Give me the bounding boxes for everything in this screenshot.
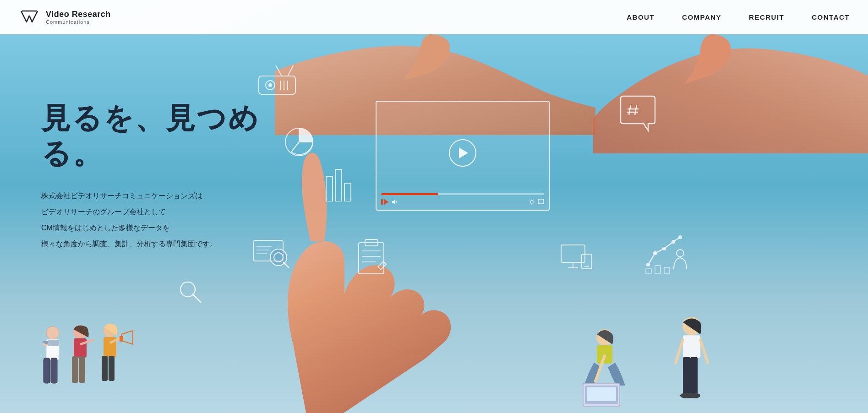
- logo-area[interactable]: Video Research Communications: [18, 6, 111, 28]
- progress-fill: [381, 193, 438, 195]
- svg-point-49: [678, 235, 682, 239]
- body-line-2: ビデオリサーチのグループ会社として: [41, 208, 166, 216]
- person-seated-right: [575, 321, 634, 413]
- body-line-4: 様々な角度から調査、集計、分析する専門集団です。: [41, 240, 217, 248]
- svg-rect-59: [48, 340, 59, 346]
- search-icon: [178, 279, 203, 304]
- fullscreen-icon: [538, 199, 544, 204]
- svg-rect-52: [664, 267, 670, 274]
- svg-rect-57: [51, 358, 57, 383]
- svg-point-84: [688, 393, 700, 398]
- analytics-icon: [644, 228, 687, 274]
- svg-line-22: [635, 105, 637, 115]
- video-player: [376, 101, 550, 211]
- play-triangle-icon: [459, 147, 468, 158]
- hero-body-text: 株式会社ビデオリサーチコミュニケーションズは ビデオリサーチのグループ会社として…: [41, 188, 293, 252]
- hero-section: 見るを、見つめる。 株式会社ビデオリサーチコミュニケーションズは ビデオリサーチ…: [0, 0, 868, 413]
- people-group-left: [30, 315, 140, 413]
- nav-about[interactable]: ABOUT: [627, 13, 655, 21]
- svg-rect-5: [538, 199, 544, 204]
- svg-rect-51: [655, 266, 661, 274]
- svg-line-13: [288, 65, 293, 76]
- svg-point-8: [268, 83, 272, 87]
- svg-rect-50: [646, 268, 651, 274]
- right-control-icons: [529, 199, 544, 205]
- svg-point-47: [662, 247, 666, 250]
- settings-icon: [529, 199, 535, 205]
- svg-rect-68: [102, 356, 108, 381]
- svg-rect-63: [72, 356, 78, 383]
- svg-point-53: [677, 250, 684, 257]
- svg-rect-82: [690, 357, 698, 394]
- bar-chart-icon: [325, 163, 354, 201]
- logo-sub-text: Communications: [46, 19, 111, 25]
- svg-rect-64: [79, 356, 85, 383]
- svg-rect-62: [74, 338, 87, 358]
- svg-line-33: [193, 294, 201, 302]
- svg-point-46: [653, 251, 657, 255]
- svg-line-12: [276, 65, 282, 76]
- svg-rect-80: [683, 335, 700, 358]
- person-standing-right: [666, 312, 717, 413]
- svg-line-28: [284, 262, 289, 267]
- svg-rect-77: [587, 387, 616, 401]
- svg-line-21: [629, 105, 631, 115]
- hero-headline: 見るを、見つめる。: [41, 101, 293, 171]
- svg-marker-2: [384, 199, 388, 205]
- svg-marker-3: [392, 200, 395, 204]
- logo-text-block: Video Research Communications: [46, 10, 111, 25]
- main-nav: ABOUT COMPANY RECRUIT CONTACT: [627, 13, 850, 21]
- svg-rect-19: [335, 169, 342, 201]
- svg-point-45: [646, 263, 650, 266]
- svg-point-48: [671, 240, 675, 244]
- svg-rect-56: [44, 358, 50, 383]
- monitor-icon: [559, 243, 593, 279]
- svg-line-85: [676, 340, 683, 363]
- video-player-inner: [377, 102, 549, 210]
- svg-line-86: [700, 340, 708, 363]
- svg-rect-1: [381, 199, 383, 205]
- control-icons: [381, 199, 544, 205]
- svg-rect-20: [344, 183, 351, 201]
- play-button-circle: [449, 139, 476, 167]
- nav-recruit[interactable]: RECRUIT: [749, 13, 784, 21]
- video-controls: [381, 193, 544, 205]
- hashtag-icon: [618, 94, 657, 133]
- progress-bar: [381, 193, 544, 195]
- logo-icon: [18, 6, 40, 28]
- speaker-icon: [392, 199, 399, 205]
- play-pause-icon: [381, 199, 388, 205]
- header: Video Research Communications ABOUT COMP…: [0, 0, 868, 34]
- body-line-3: CM情報をはじめとした多様なデータを: [41, 224, 170, 232]
- svg-rect-6: [259, 76, 295, 94]
- body-line-1: 株式会社ビデオリサーチコミュニケーションズは: [41, 192, 202, 200]
- svg-rect-81: [683, 357, 690, 394]
- hero-text-block: 見るを、見つめる。 株式会社ビデオリサーチコミュニケーションズは ビデオリサーチ…: [41, 101, 293, 252]
- logo-main-text: Video Research: [46, 10, 111, 20]
- nav-contact[interactable]: CONTACT: [812, 13, 850, 21]
- svg-rect-18: [326, 176, 333, 201]
- svg-point-4: [530, 201, 533, 203]
- svg-point-54: [46, 326, 59, 339]
- nav-company[interactable]: COMPANY: [682, 13, 721, 21]
- radio-icon: [257, 63, 298, 96]
- document-icon: [355, 237, 389, 276]
- svg-rect-72: [120, 336, 123, 342]
- svg-rect-69: [109, 356, 115, 381]
